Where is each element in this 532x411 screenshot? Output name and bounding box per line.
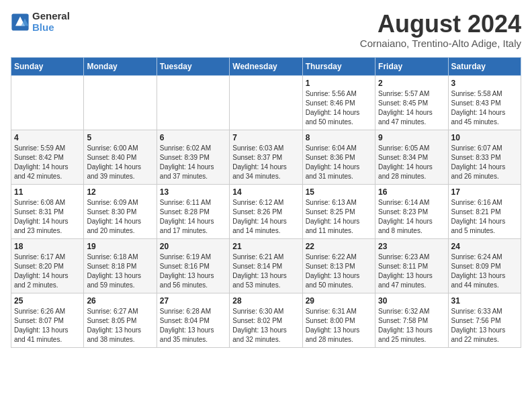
- calendar-cell: 20Sunrise: 6:19 AM Sunset: 8:16 PM Dayli…: [157, 238, 229, 293]
- day-number: 18: [14, 242, 81, 251]
- day-number: 31: [451, 296, 518, 306]
- day-number: 5: [87, 133, 153, 142]
- day-number: 7: [232, 133, 299, 142]
- day-number: 29: [306, 296, 372, 306]
- day-info: Sunrise: 6:21 AM Sunset: 8:14 PM Dayligh…: [232, 253, 299, 290]
- calendar-cell: 5Sunrise: 6:00 AM Sunset: 8:40 PM Daylig…: [84, 130, 157, 184]
- calendar-cell: 23Sunrise: 6:23 AM Sunset: 8:11 PM Dayli…: [375, 238, 448, 293]
- calendar-cell: 21Sunrise: 6:21 AM Sunset: 8:14 PM Dayli…: [230, 238, 302, 293]
- day-info: Sunrise: 6:22 AM Sunset: 8:13 PM Dayligh…: [306, 253, 372, 290]
- day-info: Sunrise: 6:11 AM Sunset: 8:28 PM Dayligh…: [160, 198, 226, 236]
- day-info: Sunrise: 6:26 AM Sunset: 8:07 PM Dayligh…: [14, 307, 81, 345]
- day-number: 13: [160, 187, 226, 197]
- day-number: 28: [232, 296, 299, 306]
- day-number: 19: [87, 242, 153, 251]
- logo: General Blue: [11, 11, 70, 33]
- calendar-cell: 11Sunrise: 6:08 AM Sunset: 8:31 PM Dayli…: [11, 184, 84, 238]
- calendar-cell: [11, 75, 84, 130]
- day-number: 1: [306, 79, 372, 88]
- calendar-subtitle: Cornaiano, Trentino-Alto Adige, Italy: [360, 38, 521, 49]
- calendar-body: 1Sunrise: 5:56 AM Sunset: 8:46 PM Daylig…: [11, 75, 521, 347]
- header-day-thursday: Thursday: [302, 57, 375, 75]
- calendar-header: SundayMondayTuesdayWednesdayThursdayFrid…: [11, 57, 521, 75]
- logo-text: General Blue: [32, 11, 70, 33]
- calendar-cell: [84, 75, 157, 130]
- day-number: 17: [451, 187, 518, 197]
- day-number: 9: [378, 133, 445, 142]
- day-number: 11: [14, 187, 81, 197]
- calendar-title: August 2024: [360, 11, 521, 38]
- calendar-cell: 2Sunrise: 5:57 AM Sunset: 8:45 PM Daylig…: [375, 75, 448, 130]
- header-day-wednesday: Wednesday: [230, 57, 302, 75]
- week-row-1: 4Sunrise: 5:59 AM Sunset: 8:42 PM Daylig…: [11, 130, 521, 184]
- calendar-cell: 4Sunrise: 5:59 AM Sunset: 8:42 PM Daylig…: [11, 130, 84, 184]
- day-info: Sunrise: 6:17 AM Sunset: 8:20 PM Dayligh…: [14, 253, 81, 290]
- calendar-cell: 16Sunrise: 6:14 AM Sunset: 8:23 PM Dayli…: [375, 184, 448, 238]
- calendar-cell: 10Sunrise: 6:07 AM Sunset: 8:33 PM Dayli…: [448, 130, 521, 184]
- title-section: August 2024 Cornaiano, Trentino-Alto Adi…: [360, 11, 521, 49]
- calendar-cell: 14Sunrise: 6:12 AM Sunset: 8:26 PM Dayli…: [230, 184, 302, 238]
- calendar-table: SundayMondayTuesdayWednesdayThursdayFrid…: [11, 57, 521, 348]
- day-info: Sunrise: 5:57 AM Sunset: 8:45 PM Dayligh…: [378, 89, 445, 127]
- calendar-cell: 6Sunrise: 6:02 AM Sunset: 8:39 PM Daylig…: [157, 130, 229, 184]
- day-info: Sunrise: 6:14 AM Sunset: 8:23 PM Dayligh…: [378, 198, 445, 236]
- calendar-cell: 27Sunrise: 6:28 AM Sunset: 8:04 PM Dayli…: [157, 293, 229, 347]
- calendar-cell: 3Sunrise: 5:58 AM Sunset: 8:43 PM Daylig…: [448, 75, 521, 130]
- day-info: Sunrise: 5:56 AM Sunset: 8:46 PM Dayligh…: [306, 89, 372, 127]
- day-info: Sunrise: 6:24 AM Sunset: 8:09 PM Dayligh…: [451, 253, 518, 290]
- day-number: 20: [160, 242, 226, 251]
- day-info: Sunrise: 6:23 AM Sunset: 8:11 PM Dayligh…: [378, 253, 445, 290]
- logo-line2: Blue: [32, 21, 54, 33]
- calendar-cell: 22Sunrise: 6:22 AM Sunset: 8:13 PM Dayli…: [302, 238, 375, 293]
- day-info: Sunrise: 6:00 AM Sunset: 8:40 PM Dayligh…: [87, 144, 153, 181]
- calendar-cell: [230, 75, 302, 130]
- day-number: 30: [378, 296, 445, 306]
- header-row: SundayMondayTuesdayWednesdayThursdayFrid…: [11, 57, 521, 75]
- day-info: Sunrise: 5:59 AM Sunset: 8:42 PM Dayligh…: [14, 144, 81, 181]
- calendar-cell: 18Sunrise: 6:17 AM Sunset: 8:20 PM Dayli…: [11, 238, 84, 293]
- day-info: Sunrise: 6:08 AM Sunset: 8:31 PM Dayligh…: [14, 198, 81, 236]
- day-info: Sunrise: 6:02 AM Sunset: 8:39 PM Dayligh…: [160, 144, 226, 181]
- calendar-cell: 31Sunrise: 6:33 AM Sunset: 7:56 PM Dayli…: [448, 293, 521, 347]
- day-number: 23: [378, 242, 445, 251]
- day-info: Sunrise: 6:03 AM Sunset: 8:37 PM Dayligh…: [232, 144, 299, 181]
- day-info: Sunrise: 6:19 AM Sunset: 8:16 PM Dayligh…: [160, 253, 226, 290]
- day-number: 14: [232, 187, 299, 197]
- day-info: Sunrise: 6:32 AM Sunset: 7:58 PM Dayligh…: [378, 307, 445, 345]
- header-day-saturday: Saturday: [448, 57, 521, 75]
- calendar-cell: 29Sunrise: 6:31 AM Sunset: 8:00 PM Dayli…: [302, 293, 375, 347]
- calendar-cell: 19Sunrise: 6:18 AM Sunset: 8:18 PM Dayli…: [84, 238, 157, 293]
- day-number: 12: [87, 187, 153, 197]
- week-row-4: 25Sunrise: 6:26 AM Sunset: 8:07 PM Dayli…: [11, 293, 521, 347]
- day-info: Sunrise: 6:09 AM Sunset: 8:30 PM Dayligh…: [87, 198, 153, 236]
- day-number: 8: [306, 133, 372, 142]
- day-info: Sunrise: 6:33 AM Sunset: 7:56 PM Dayligh…: [451, 307, 518, 345]
- calendar-cell: 8Sunrise: 6:04 AM Sunset: 8:36 PM Daylig…: [302, 130, 375, 184]
- logo-line1: General: [32, 11, 70, 22]
- calendar-cell: 9Sunrise: 6:05 AM Sunset: 8:34 PM Daylig…: [375, 130, 448, 184]
- day-number: 24: [451, 242, 518, 251]
- day-info: Sunrise: 6:18 AM Sunset: 8:18 PM Dayligh…: [87, 253, 153, 290]
- calendar-cell: 24Sunrise: 6:24 AM Sunset: 8:09 PM Dayli…: [448, 238, 521, 293]
- calendar-cell: 13Sunrise: 6:11 AM Sunset: 8:28 PM Dayli…: [157, 184, 229, 238]
- week-row-2: 11Sunrise: 6:08 AM Sunset: 8:31 PM Dayli…: [11, 184, 521, 238]
- day-number: 21: [232, 242, 299, 251]
- day-info: Sunrise: 6:04 AM Sunset: 8:36 PM Dayligh…: [306, 144, 372, 181]
- day-number: 16: [378, 187, 445, 197]
- day-number: 15: [306, 187, 372, 197]
- header-day-sunday: Sunday: [11, 57, 84, 75]
- calendar-cell: 28Sunrise: 6:30 AM Sunset: 8:02 PM Dayli…: [230, 293, 302, 347]
- calendar-cell: 26Sunrise: 6:27 AM Sunset: 8:05 PM Dayli…: [84, 293, 157, 347]
- calendar-cell: 25Sunrise: 6:26 AM Sunset: 8:07 PM Dayli…: [11, 293, 84, 347]
- header: General Blue August 2024 Cornaiano, Tren…: [11, 11, 521, 49]
- day-number: 2: [378, 79, 445, 88]
- calendar-cell: 12Sunrise: 6:09 AM Sunset: 8:30 PM Dayli…: [84, 184, 157, 238]
- day-number: 10: [451, 133, 518, 142]
- day-number: 3: [451, 79, 518, 88]
- day-number: 22: [306, 242, 372, 251]
- day-info: Sunrise: 6:13 AM Sunset: 8:25 PM Dayligh…: [306, 198, 372, 236]
- day-info: Sunrise: 6:27 AM Sunset: 8:05 PM Dayligh…: [87, 307, 153, 345]
- logo-icon: [11, 13, 30, 32]
- day-number: 4: [14, 133, 81, 142]
- header-day-tuesday: Tuesday: [157, 57, 229, 75]
